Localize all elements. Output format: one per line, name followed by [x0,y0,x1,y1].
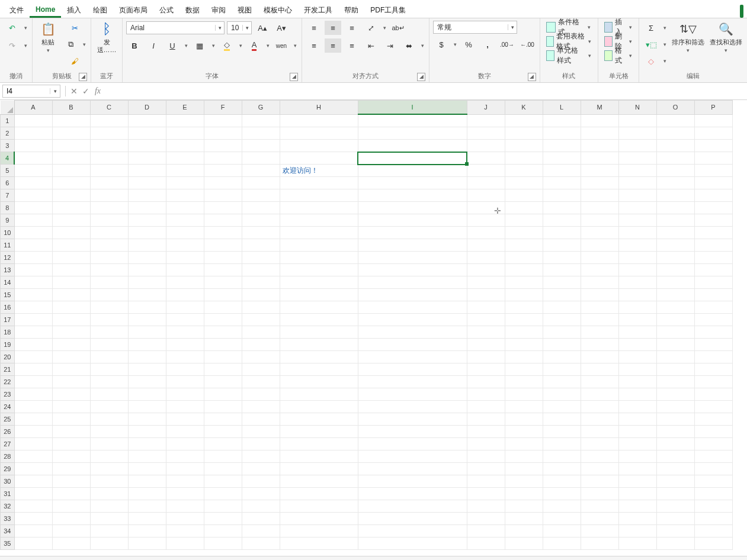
cell[interactable] [242,426,280,438]
cell[interactable] [581,152,618,165]
row-header[interactable]: 34 [1,525,15,538]
cell[interactable] [358,450,467,463]
cell[interactable] [14,165,52,177]
cell[interactable] [280,227,358,239]
cell[interactable] [128,500,166,513]
cell[interactable] [128,114,166,127]
chevron-down-icon[interactable]: ▾ [685,47,691,53]
clipboard-launcher[interactable]: ◢ [79,73,87,81]
row-header[interactable]: 10 [1,227,15,239]
cell[interactable] [358,500,467,513]
cell[interactable] [467,214,505,227]
cell[interactable] [358,301,467,314]
tab-公式[interactable]: 公式 [153,2,179,18]
cell[interactable] [90,388,128,401]
cell[interactable] [90,363,128,376]
cell[interactable] [358,351,467,363]
cell[interactable] [618,326,656,339]
cell[interactable] [694,202,732,214]
cell[interactable] [358,264,467,276]
cell[interactable] [280,114,358,127]
cell[interactable] [656,450,694,463]
cell[interactable] [505,475,543,488]
phonetic-button[interactable]: wen [273,38,290,53]
cell[interactable] [467,376,505,388]
cell[interactable] [581,276,618,289]
cell[interactable] [14,500,52,513]
cell[interactable] [505,513,543,525]
cell[interactable] [694,326,732,339]
row-header[interactable]: 8 [1,202,15,214]
cell[interactable] [166,513,204,525]
bluetooth-send-button[interactable]: ᛒ 发送…… [95,21,118,54]
cell[interactable] [166,326,204,339]
cell[interactable] [505,488,543,500]
cell[interactable] [52,314,90,326]
cell[interactable] [52,413,90,426]
cell[interactable] [543,152,581,165]
cell[interactable] [90,450,128,463]
cell[interactable] [618,450,656,463]
cell[interactable] [656,252,694,264]
undo-button[interactable]: ↶ [4,21,20,35]
cell[interactable] [90,513,128,525]
cell[interactable] [128,513,166,525]
cell[interactable] [280,376,358,388]
cell[interactable] [90,475,128,488]
cell[interactable] [656,463,694,475]
cell[interactable] [618,227,656,239]
cell[interactable] [166,127,204,140]
cell[interactable] [166,413,204,426]
cell[interactable] [128,252,166,264]
cell[interactable] [656,388,694,401]
cell[interactable] [618,463,656,475]
cell[interactable] [204,413,242,426]
cell[interactable] [358,463,467,475]
comma-style-button[interactable]: , [479,37,496,52]
cell[interactable] [505,301,543,314]
cell[interactable] [128,301,166,314]
cell[interactable] [204,276,242,289]
cell[interactable] [694,252,732,264]
tab-审阅[interactable]: 审阅 [206,2,232,18]
cell[interactable] [467,177,505,189]
sort-filter-button[interactable]: ⇅▽ 排序和筛选 ▾ [670,21,706,53]
cell[interactable] [505,239,543,252]
cell[interactable] [694,189,732,202]
cell[interactable] [242,438,280,450]
cell[interactable] [128,376,166,388]
cell[interactable] [543,214,581,227]
cell[interactable] [581,538,618,550]
cell[interactable] [14,276,52,289]
cell[interactable] [204,525,242,538]
cell[interactable] [52,475,90,488]
cell[interactable] [656,500,694,513]
cell[interactable] [204,314,242,326]
cell[interactable] [618,525,656,538]
column-header[interactable]: A [14,101,52,115]
row-header[interactable]: 32 [1,500,15,513]
cell[interactable] [618,513,656,525]
cell[interactable] [128,525,166,538]
chevron-down-icon[interactable]: ▾ [723,47,729,53]
cell[interactable] [618,140,656,152]
cell[interactable] [656,326,694,339]
cell[interactable] [505,264,543,276]
cell[interactable] [505,189,543,202]
cell[interactable] [694,413,732,426]
cell[interactable] [358,177,467,189]
cell[interactable] [204,488,242,500]
cell[interactable] [14,227,52,239]
cell[interactable] [280,426,358,438]
cell[interactable] [90,376,128,388]
increase-decimal-button[interactable]: .00→ [498,37,516,52]
cell[interactable] [204,438,242,450]
cell[interactable] [694,351,732,363]
cell[interactable] [52,513,90,525]
row-header[interactable]: 2 [1,127,15,140]
cell[interactable] [543,363,581,376]
cell[interactable] [242,488,280,500]
cell[interactable] [166,165,204,177]
cell[interactable] [128,363,166,376]
cell[interactable] [204,513,242,525]
